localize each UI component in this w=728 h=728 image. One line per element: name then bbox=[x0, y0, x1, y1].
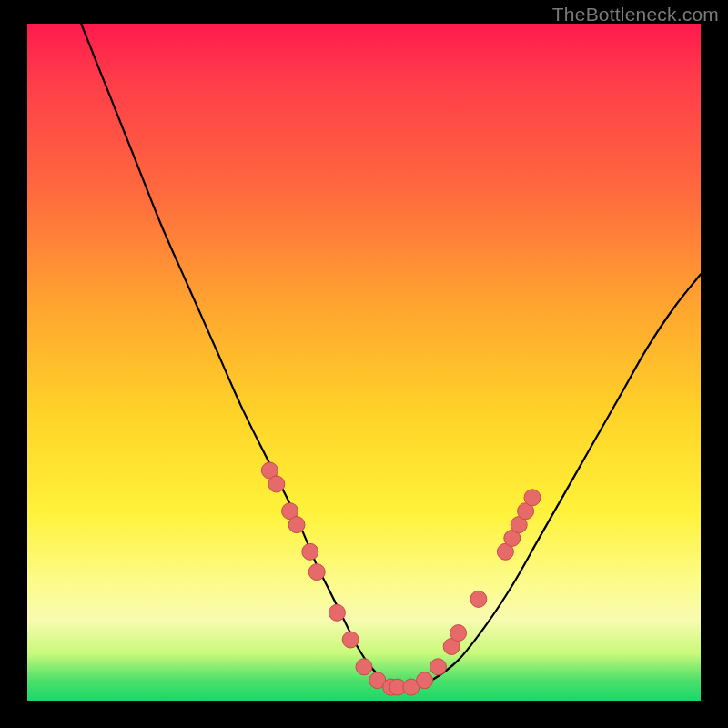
data-point bbox=[302, 543, 318, 560]
curve-line bbox=[81, 24, 701, 688]
data-point bbox=[430, 659, 446, 675]
data-point bbox=[342, 632, 359, 648]
data-point bbox=[450, 625, 467, 642]
data-point bbox=[470, 591, 487, 607]
data-point bbox=[524, 490, 541, 506]
data-point bbox=[417, 672, 433, 689]
data-point bbox=[329, 604, 345, 621]
chart-svg bbox=[27, 24, 701, 701]
watermark-text: TheBottleneck.com bbox=[552, 4, 719, 25]
data-point bbox=[288, 517, 305, 533]
data-point bbox=[308, 564, 325, 581]
data-point bbox=[268, 476, 285, 492]
data-point bbox=[356, 659, 372, 675]
chart-frame: TheBottleneck.com bbox=[0, 0, 728, 728]
plot-area bbox=[27, 24, 701, 701]
